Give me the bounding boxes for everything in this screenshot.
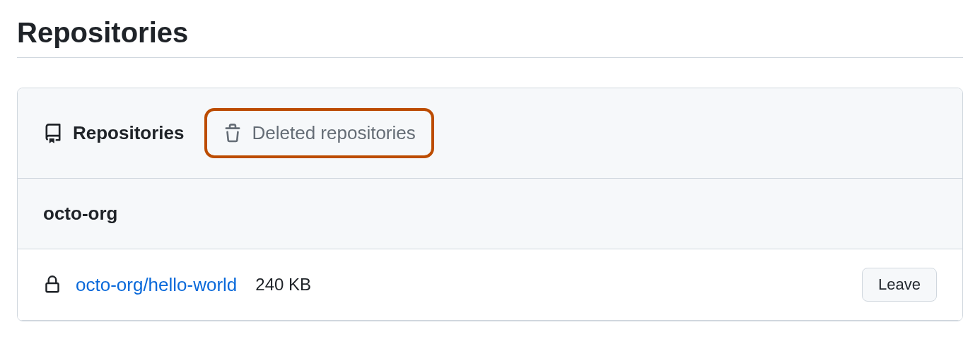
repo-info: octo-org/hello-world 240 KB bbox=[43, 274, 862, 296]
leave-button[interactable]: Leave bbox=[862, 268, 937, 302]
trash-icon bbox=[223, 124, 243, 143]
tab-repositories[interactable]: Repositories bbox=[43, 122, 185, 144]
tab-deleted-label: Deleted repositories bbox=[252, 122, 416, 144]
repo-icon bbox=[43, 124, 63, 143]
repo-row: octo-org/hello-world 240 KB Leave bbox=[18, 249, 962, 321]
tab-deleted-highlight: Deleted repositories bbox=[204, 108, 434, 158]
page-title: Repositories bbox=[17, 17, 963, 58]
repo-link[interactable]: octo-org/hello-world bbox=[76, 274, 237, 296]
org-section-header: octo-org bbox=[18, 179, 962, 249]
tab-bar: Repositories Deleted repositories bbox=[18, 88, 962, 179]
lock-icon bbox=[43, 275, 62, 294]
repo-size: 240 KB bbox=[255, 275, 311, 295]
repositories-panel: Repositories Deleted repositories octo-o… bbox=[17, 88, 963, 321]
tab-deleted-repositories[interactable]: Deleted repositories bbox=[223, 122, 416, 144]
tab-repositories-label: Repositories bbox=[73, 122, 185, 144]
